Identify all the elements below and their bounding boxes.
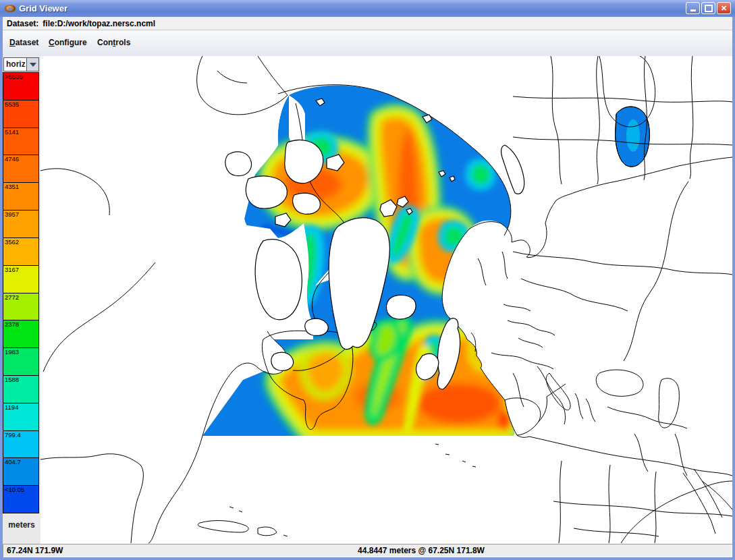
chevron-down-icon — [30, 63, 36, 67]
maximize-icon — [705, 5, 713, 12]
close-button[interactable]: ✕ — [717, 2, 731, 14]
colorbar-band: 2772 — [3, 293, 39, 321]
colorbar-band: 4746 — [3, 155, 39, 183]
colorbar-band: 1194 — [3, 403, 39, 431]
map-canvas[interactable] — [40, 56, 732, 544]
menu-controls[interactable]: Controls — [97, 38, 130, 47]
colorbar-band: 3957 — [3, 210, 39, 238]
colorbar-band: 5535 — [3, 100, 39, 128]
dataset-bar: Dataset: file:D:/work/topaz.nersc.ncml — [3, 17, 732, 30]
dataset-label: Dataset: — [7, 19, 38, 28]
colorbar: >553555355141474643513957356231672772237… — [3, 73, 39, 513]
dataset-path: file:D:/work/topaz.nersc.ncml — [43, 19, 155, 28]
status-bar: 67.24N 171.9W 44.8447 meters @ 67.25N 17… — [3, 544, 732, 557]
colorbar-band: 404.7 — [3, 457, 39, 486]
colorbar-panel: horiz >553555355141474643513957356231672… — [3, 56, 40, 544]
title-bar[interactable]: Grid Viewer ✕ — [0, 0, 735, 17]
colorbar-band: 3562 — [3, 237, 39, 266]
colorbar-band: 799.4 — [3, 430, 39, 459]
colorbar-band: >5535 — [3, 72, 39, 101]
colorbar-units-label: meters — [3, 520, 40, 530]
menu-configure[interactable]: Configure — [49, 38, 87, 47]
minimize-icon — [690, 9, 696, 11]
orientation-selector[interactable]: horiz — [3, 57, 39, 72]
colorbar-band: 5141 — [3, 128, 39, 156]
status-cursor-position: 67.24N 171.9W — [7, 546, 63, 555]
menu-toolbar-row: DatasetConfigureControls model_depth 1 ▲… — [3, 30, 732, 57]
colorbar-band: <10.05 — [3, 485, 39, 513]
maximize-button[interactable] — [701, 2, 715, 14]
status-probe-readout: 44.8447 meters @ 67.25N 171.8W — [259, 546, 583, 555]
close-icon: ✕ — [721, 4, 727, 13]
menu-dataset[interactable]: Dataset — [9, 38, 38, 47]
window-title: Grid Viewer — [19, 3, 67, 13]
minimize-button[interactable] — [686, 2, 700, 14]
orientation-selector-arrow[interactable] — [26, 58, 38, 71]
orientation-selector-value: horiz — [4, 58, 26, 71]
colorbar-band: 3167 — [3, 265, 39, 293]
grid-viewer-window: { "window": { "title": "Grid Viewer", "c… — [0, 0, 735, 560]
colorbar-band: 2378 — [3, 320, 39, 348]
app-icon — [5, 5, 16, 12]
colorbar-band: 4351 — [3, 182, 39, 211]
colorbar-band: 1588 — [3, 375, 39, 403]
colorbar-band: 1983 — [3, 347, 39, 376]
map-view[interactable] — [40, 56, 732, 544]
